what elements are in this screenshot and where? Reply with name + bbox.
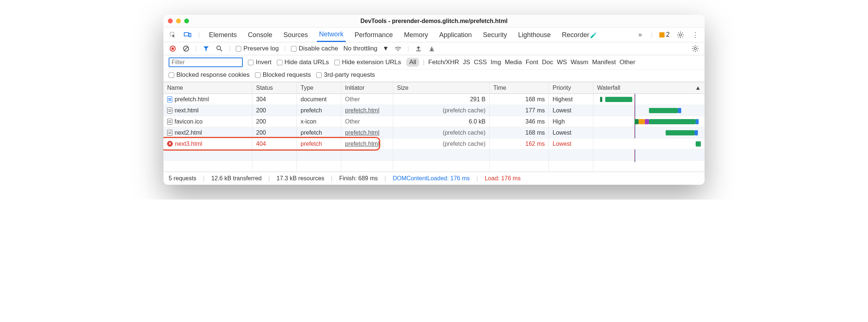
status-cell: 200 xyxy=(252,127,297,138)
zoom-window-button[interactable] xyxy=(184,19,189,23)
initiator-cell[interactable]: prefetch.html xyxy=(341,127,393,138)
svg-rect-1 xyxy=(184,33,189,36)
titlebar: DevTools - prerender-demos.glitch.me/pre… xyxy=(163,15,705,27)
type-filter-js[interactable]: JS xyxy=(463,59,470,66)
blocked-requests-checkbox[interactable]: Blocked requests xyxy=(255,71,311,79)
type-filter-font[interactable]: Font xyxy=(526,59,538,66)
network-toolbar: | | Preserve log | Disable cache No thro… xyxy=(163,42,705,55)
status-load: Load: 176 ms xyxy=(485,175,521,182)
type-cell: prefetch xyxy=(297,138,341,149)
network-settings-icon[interactable] xyxy=(691,45,699,53)
col-size[interactable]: Size xyxy=(393,82,490,93)
filter-icon[interactable] xyxy=(202,45,210,53)
size-cell: 6.0 kB xyxy=(393,116,490,127)
type-filter-img[interactable]: Img xyxy=(491,59,501,66)
hide-data-urls-checkbox[interactable]: Hide data URLs xyxy=(277,59,329,66)
table-row[interactable]: next2.html200prefetchprefetch.html(prefe… xyxy=(163,127,705,138)
table-row[interactable]: favicon.ico200x-iconOther6.0 kB346 msHig… xyxy=(163,116,705,127)
filter-bar-2: Blocked response cookies Blocked request… xyxy=(163,70,705,82)
table-row[interactable]: next.html200prefetchprefetch.html(prefet… xyxy=(163,105,705,116)
svg-point-8 xyxy=(217,46,221,50)
initiator-cell[interactable]: prefetch.html xyxy=(341,138,393,149)
type-filter-media[interactable]: Media xyxy=(505,59,522,66)
tab-console[interactable]: Console xyxy=(246,28,275,42)
waterfall-cell xyxy=(593,94,705,105)
col-status[interactable]: Status xyxy=(252,82,297,93)
col-waterfall[interactable]: Waterfall▲ xyxy=(593,82,705,93)
tab-security[interactable]: Security xyxy=(481,28,509,42)
type-filter-other[interactable]: Other xyxy=(620,59,636,66)
search-icon[interactable] xyxy=(215,45,223,53)
warnings-count: 2 xyxy=(666,31,670,39)
time-cell: 162 ms xyxy=(490,138,549,149)
more-tabs-icon[interactable]: » xyxy=(636,31,644,39)
type-filter-css[interactable]: CSS xyxy=(474,59,487,66)
record-button[interactable] xyxy=(169,45,177,53)
type-filter-manifest[interactable]: Manifest xyxy=(592,59,616,66)
close-window-button[interactable] xyxy=(168,19,173,23)
initiator-cell[interactable]: prefetch.html xyxy=(341,105,393,116)
request-name: favicon.ico xyxy=(175,118,203,125)
warnings-badge[interactable]: 2 xyxy=(659,31,670,39)
type-cell: prefetch xyxy=(297,105,341,116)
import-har-icon[interactable] xyxy=(414,45,423,53)
col-initiator[interactable]: Initiator xyxy=(341,82,393,93)
status-bar: 5 requests| 12.6 kB transferred| 17.3 kB… xyxy=(163,172,705,185)
panel-tabs: | ElementsConsoleSourcesNetworkPerforman… xyxy=(163,27,705,42)
blocked-cookies-checkbox[interactable]: Blocked response cookies xyxy=(169,71,250,79)
status-cell: 200 xyxy=(252,116,297,127)
throttle-select[interactable]: No throttling ▼ xyxy=(343,45,389,52)
size-cell: (prefetch cache) xyxy=(393,105,490,116)
filter-input[interactable] xyxy=(169,58,243,67)
type-filter-doc[interactable]: Doc xyxy=(542,59,553,66)
preserve-log-checkbox[interactable]: Preserve log xyxy=(236,45,279,52)
tab-elements[interactable]: Elements xyxy=(207,28,239,42)
gear-icon[interactable] xyxy=(676,31,685,39)
type-filter-fetchxhr[interactable]: Fetch/XHR xyxy=(428,59,459,66)
priority-cell: Lowest xyxy=(549,138,593,149)
size-cell: 291 B xyxy=(393,94,490,105)
col-type[interactable]: Type xyxy=(297,82,341,93)
network-conditions-icon[interactable] xyxy=(394,45,402,53)
request-name: next2.html xyxy=(175,129,202,136)
type-filter-wasm[interactable]: Wasm xyxy=(571,59,589,66)
waterfall-cell xyxy=(593,116,705,127)
status-cell: 200 xyxy=(252,105,297,116)
hide-ext-urls-checkbox[interactable]: Hide extension URLs xyxy=(334,59,401,66)
status-domcontentloaded: DOMContentLoaded: 176 ms xyxy=(392,175,470,182)
svg-line-9 xyxy=(220,49,222,51)
col-name[interactable]: Name xyxy=(163,82,252,93)
file-icon xyxy=(167,130,172,136)
type-cell: x-icon xyxy=(297,116,341,127)
priority-cell: Lowest xyxy=(549,127,593,138)
inspect-icon[interactable] xyxy=(169,31,177,39)
invert-checkbox[interactable]: Invert xyxy=(248,59,272,66)
minimize-window-button[interactable] xyxy=(176,19,181,23)
type-filter-all[interactable]: All xyxy=(406,58,419,67)
svg-rect-2 xyxy=(189,33,191,37)
device-icon[interactable] xyxy=(183,31,192,39)
tab-recorder[interactable]: Recorder xyxy=(560,28,599,42)
tab-performance[interactable]: Performance xyxy=(352,28,395,42)
tab-network[interactable]: Network xyxy=(317,27,346,42)
type-filter-ws[interactable]: WS xyxy=(557,59,567,66)
error-icon: ✕ xyxy=(167,141,173,147)
table-row[interactable]: ✕next3.html404prefetchprefetch.html(pref… xyxy=(163,138,705,150)
status-requests: 5 requests xyxy=(169,175,196,182)
tab-sources[interactable]: Sources xyxy=(281,28,310,42)
priority-cell: Highest xyxy=(549,94,593,105)
kebab-icon[interactable]: ⋮ xyxy=(691,31,699,39)
third-party-checkbox[interactable]: 3rd-party requests xyxy=(316,71,375,79)
tab-lighthouse[interactable]: Lighthouse xyxy=(516,28,553,42)
network-table-header: Name Status Type Initiator Size Time Pri… xyxy=(163,82,705,94)
clear-button[interactable] xyxy=(182,45,190,53)
col-time[interactable]: Time xyxy=(490,82,549,93)
window-title: DevTools - prerender-demos.glitch.me/pre… xyxy=(163,18,705,24)
tab-application[interactable]: Application xyxy=(437,28,474,42)
disable-cache-checkbox[interactable]: Disable cache xyxy=(291,45,338,52)
tab-memory[interactable]: Memory xyxy=(402,28,430,42)
export-har-icon[interactable] xyxy=(428,45,436,53)
table-row[interactable]: prefetch.html304documentOther291 B168 ms… xyxy=(163,94,705,105)
col-priority[interactable]: Priority xyxy=(549,82,593,93)
waterfall-cell xyxy=(593,105,705,116)
